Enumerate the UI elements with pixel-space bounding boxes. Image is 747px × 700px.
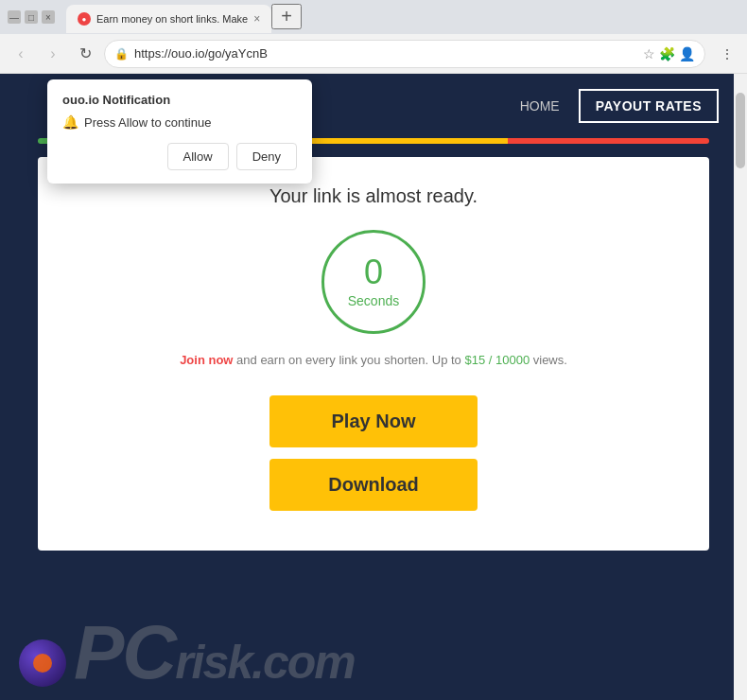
scrollbar[interactable] [734,74,747,700]
progress-red [508,138,709,144]
main-card: Your link is almost ready. 0 Seconds Joi… [38,157,709,551]
allow-button[interactable]: Allow [167,143,229,170]
notification-message: 🔔 Press Allow to continue [62,114,297,130]
timer-circle: 0 Seconds [321,230,426,334]
tab-close-button[interactable]: × [253,12,260,26]
account-icon[interactable]: 👤 [679,46,695,61]
scrollbar-thumb[interactable] [736,93,745,168]
title-bar: — □ × Earn money on short links. Make × … [0,0,747,34]
play-now-button[interactable]: Play Now [269,395,478,447]
join-link[interactable]: Join now [180,353,233,367]
card-title: Your link is almost ready. [57,185,690,207]
timer-number: 0 [364,255,383,289]
deny-button[interactable]: Deny [236,143,297,170]
refresh-button[interactable]: ↻ [72,41,98,67]
forward-button[interactable]: › [40,41,66,67]
browser-frame: — □ × Earn money on short links. Make × … [0,0,747,700]
maximize-button[interactable]: □ [25,10,38,24]
watermark-text: risk.com [175,636,355,689]
tab-favicon [78,12,91,26]
watermark-ball-inner [33,654,52,673]
watermark-ball-icon [19,639,66,687]
promo-text: Join now and earn on every link you shor… [57,353,690,367]
home-nav-link[interactable]: HOME [520,98,560,114]
close-button[interactable]: × [42,10,55,24]
bookmark-icon[interactable]: ☆ [643,46,655,61]
new-tab-button[interactable]: + [271,4,302,29]
extension-icon[interactable]: 🧩 [659,46,675,61]
notification-title: ouo.io Notification [62,93,297,107]
address-icons: ☆ 🧩 👤 [643,46,695,61]
menu-icon[interactable]: ⋮ [715,42,739,66]
minimize-button[interactable]: — [8,10,21,24]
address-bar[interactable]: 🔒 https://ouo.io/go/yaYcnB ☆ 🧩 👤 [104,40,705,68]
timer-label: Seconds [348,293,399,308]
browser-icons: ⋮ [715,42,739,66]
browser-tab[interactable]: Earn money on short links. Make × [66,5,271,33]
bell-icon: 🔔 [62,114,78,130]
nav-bar: ‹ › ↻ 🔒 https://ouo.io/go/yaYcnB ☆ 🧩 👤 ⋮ [0,34,747,74]
page-content: ouo.io Notification 🔔 Press Allow to con… [0,74,747,700]
notification-text: Press Allow to continue [84,115,211,130]
download-button[interactable]: Download [269,459,478,511]
url-text: https://ouo.io/go/yaYcnB [134,46,637,61]
amount-link[interactable]: $15 / 10000 [464,353,530,367]
lock-icon: 🔒 [114,47,129,61]
notification-popup: ouo.io Notification 🔔 Press Allow to con… [47,79,312,184]
watermark-logo: PCrisk.com [74,615,355,691]
watermark: PCrisk.com [0,615,747,700]
back-button[interactable]: ‹ [8,41,34,67]
payout-rates-button[interactable]: PAYOUT RATES [579,89,719,123]
notification-buttons: Allow Deny [62,143,297,170]
window-controls: — □ × [8,10,55,24]
tab-title: Earn money on short links. Make [96,13,248,25]
